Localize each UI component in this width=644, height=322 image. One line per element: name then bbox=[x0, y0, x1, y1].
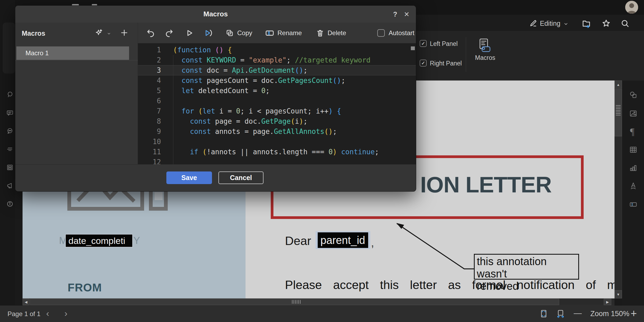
field-selection[interactable]: parent_id bbox=[316, 231, 370, 249]
shapes-icon[interactable] bbox=[629, 91, 638, 99]
macro-list-item[interactable]: Macro 1 bbox=[16, 46, 129, 60]
scroll-left-button[interactable]: ◀ bbox=[23, 299, 30, 305]
prev-page-button[interactable]: ‹ bbox=[46, 309, 49, 318]
save-button[interactable]: Save bbox=[166, 171, 212, 184]
parent-id-field[interactable]: parent_id bbox=[318, 232, 368, 248]
copy-label: Copy bbox=[237, 29, 252, 37]
macro-item-label: Macro 1 bbox=[25, 49, 49, 57]
body-line: Pleaseacceptthisletterasformalnotificati… bbox=[285, 278, 614, 292]
body-word: of bbox=[586, 278, 596, 292]
code-line-7[interactable]: 7 for (let i = 0; i < pagesCount; i++) { bbox=[138, 106, 416, 116]
panel-divider bbox=[15, 60, 138, 60]
code-line-6[interactable]: 6 bbox=[138, 96, 416, 106]
vertical-scroll-grip bbox=[616, 105, 621, 116]
avatar[interactable] bbox=[625, 1, 638, 14]
code-editor[interactable]: 1(function () {2 const KEYWORD = "exampl… bbox=[138, 43, 416, 164]
add-macro-button[interactable] bbox=[120, 28, 129, 37]
redo-button[interactable] bbox=[165, 28, 174, 38]
dialog-footer: Save Cancel bbox=[15, 164, 416, 191]
dialog-title: Macros bbox=[203, 10, 228, 18]
delete-label: Delete bbox=[328, 29, 346, 37]
code-line-2[interactable]: 2 const KEYWORD = "example"; //targeted … bbox=[138, 55, 416, 65]
chevron-down-icon[interactable] bbox=[563, 21, 569, 27]
left-panel-checkbox[interactable]: ✓ bbox=[420, 40, 427, 47]
autostart-checkbox[interactable] bbox=[377, 29, 385, 37]
annotation-note-box[interactable]: this annotation wasn't removed bbox=[474, 254, 579, 280]
scroll-up-button[interactable]: ▲ bbox=[614, 80, 622, 89]
info-icon[interactable] bbox=[6, 200, 14, 208]
insert-chart-icon[interactable] bbox=[629, 164, 638, 172]
autostart-toggle[interactable]: Autostart bbox=[377, 29, 414, 37]
insert-table-icon[interactable] bbox=[629, 145, 638, 154]
text-field-icon[interactable] bbox=[629, 200, 638, 209]
underlying-text-right: Y bbox=[133, 235, 140, 246]
body-word: this bbox=[380, 278, 399, 292]
body-word: Please bbox=[285, 278, 322, 292]
code-line-8[interactable]: 8 const page = doc.GetPage(i); bbox=[138, 116, 416, 126]
check-icon: ✓ bbox=[421, 60, 425, 66]
date-placeholder-text: date_completi bbox=[68, 236, 125, 246]
code-line-3[interactable]: 3 const doc = Api.GetDocument(); bbox=[138, 65, 416, 75]
editor-scroll-thumb[interactable] bbox=[411, 46, 415, 50]
ribbon-macros-label: Macros bbox=[475, 54, 495, 61]
page-thumbnails-icon[interactable] bbox=[6, 164, 14, 171]
search-icon[interactable] bbox=[620, 19, 630, 28]
rename-button[interactable]: Rename bbox=[265, 28, 302, 38]
code-line-10[interactable]: 10 bbox=[138, 137, 416, 147]
code-line-12[interactable]: 12 bbox=[138, 157, 416, 164]
open-file-location-icon[interactable] bbox=[582, 19, 591, 28]
body-word: formal bbox=[472, 278, 506, 292]
paragraph-mark-icon[interactable]: ¶ bbox=[630, 126, 634, 137]
comments-panel-icon[interactable] bbox=[6, 109, 14, 117]
body-word: letter bbox=[410, 278, 437, 292]
zoom-level: Zoom 150% bbox=[590, 310, 630, 318]
right-panel-label[interactable]: Right Panel bbox=[430, 60, 462, 67]
arrow-right-icon: ▶ bbox=[606, 300, 609, 304]
code-line-1[interactable]: 1(function () { bbox=[138, 45, 416, 55]
scroll-right-button[interactable]: ▶ bbox=[604, 299, 611, 305]
favorite-star-icon[interactable] bbox=[602, 19, 611, 28]
chat-icon[interactable] bbox=[6, 127, 14, 135]
fit-page-icon[interactable] bbox=[539, 309, 548, 318]
body-word: as bbox=[448, 278, 461, 292]
zoom-in-button[interactable]: + bbox=[631, 308, 637, 320]
right-panel-checkbox[interactable]: ✓ bbox=[420, 60, 427, 67]
autostart-label: Autostart bbox=[389, 29, 414, 37]
mode-label[interactable]: Editing bbox=[540, 20, 560, 27]
arrow-down-icon: ▼ bbox=[617, 292, 620, 297]
code-line-9[interactable]: 9 const annots = page.GetAllAnnots(); bbox=[138, 126, 416, 137]
cancel-button[interactable]: Cancel bbox=[218, 171, 264, 184]
trash-icon bbox=[316, 29, 324, 37]
page-indicator: Page 1 of 1 bbox=[8, 310, 41, 318]
body-word: accept bbox=[333, 278, 369, 292]
code-line-5[interactable]: 5 let deletedCount = 0; bbox=[138, 86, 416, 96]
ai-wand-icon[interactable] bbox=[95, 28, 103, 37]
scroll-down-button[interactable]: ▼ bbox=[614, 290, 622, 298]
dialog-titlebar[interactable]: Macros bbox=[15, 6, 416, 23]
left-panel-label[interactable]: Left Panel bbox=[430, 40, 458, 47]
code-line-11[interactable]: 11 if (!annots || annots.length === 0) c… bbox=[138, 147, 416, 157]
run-all-button[interactable] bbox=[204, 28, 213, 38]
zoom-out-button[interactable]: — bbox=[574, 309, 582, 318]
run-macro-button[interactable] bbox=[185, 28, 194, 38]
insert-image-icon[interactable] bbox=[629, 109, 638, 118]
dialog-toolbar: Copy Rename Delete Autostart bbox=[138, 23, 416, 43]
close-button[interactable]: ✕ bbox=[404, 10, 409, 18]
feedback-icon[interactable] bbox=[6, 182, 14, 189]
code-line-4[interactable]: 4 const pagesCount = doc.GetPagesCount()… bbox=[138, 75, 416, 86]
next-page-button[interactable]: › bbox=[64, 309, 67, 318]
macros-list-panel: Macros Macro 1 bbox=[15, 23, 138, 170]
undo-button[interactable] bbox=[146, 28, 155, 38]
search-panel-icon[interactable] bbox=[6, 91, 14, 98]
text-art-icon[interactable] bbox=[629, 181, 638, 190]
help-button[interactable]: ? bbox=[393, 10, 397, 18]
ribbon-divider bbox=[466, 37, 466, 72]
date-placeholder-field[interactable]: date_completi bbox=[66, 235, 132, 247]
headings-panel-icon[interactable] bbox=[6, 145, 14, 153]
delete-button[interactable]: Delete bbox=[316, 29, 346, 37]
ribbon-macros-button[interactable]: Macros bbox=[471, 38, 499, 61]
wand-chevron-icon[interactable] bbox=[107, 31, 111, 36]
copy-button[interactable]: Copy bbox=[225, 29, 252, 37]
fit-width-icon[interactable] bbox=[556, 309, 565, 318]
parent-id-text: parent_id bbox=[320, 234, 365, 246]
